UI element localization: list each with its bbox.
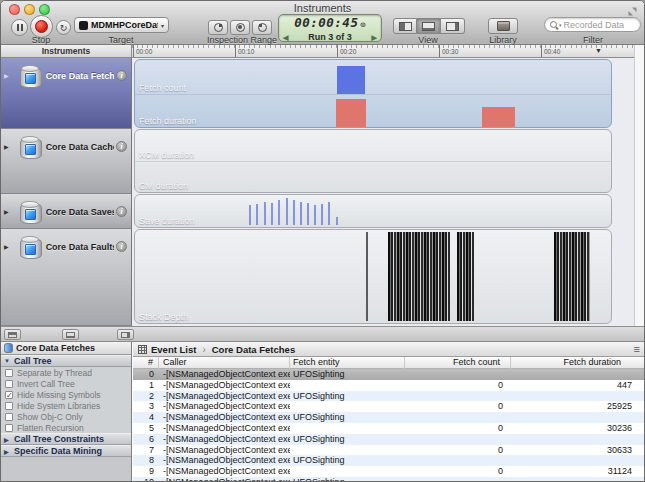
loop-button[interactable]: ↻ (56, 20, 71, 35)
cell-c3: 0 (405, 466, 511, 477)
view-bottom-pane-button[interactable] (417, 18, 441, 34)
timeline-scrollbar[interactable] (634, 45, 645, 326)
info-icon[interactable]: i (116, 241, 127, 252)
instrument-row-core-data-faults[interactable]: ▶Core Data Faultsi (1, 229, 132, 326)
filter-search-field[interactable]: ▾ Recorded Data (544, 17, 641, 32)
core-data-instrument-icon (19, 136, 41, 158)
disclosure-triangle-icon[interactable]: ▶ (4, 208, 9, 215)
event-row-1[interactable]: 1-[NSManagedObjectContext execut…0447 (133, 380, 645, 391)
previous-run-button[interactable]: ◀ (283, 32, 288, 43)
info-icon[interactable]: i (116, 141, 127, 152)
track-core-data-saves[interactable]: Save duration (134, 194, 612, 228)
inspection-range-end-button[interactable] (252, 20, 272, 35)
checkbox[interactable] (5, 424, 13, 432)
cell-c0: 2 (133, 391, 159, 402)
column-header-[interactable]: # (133, 357, 159, 369)
chart-line (307, 203, 309, 225)
loop-icon: ↻ (60, 23, 68, 33)
right-pane-icon (446, 22, 459, 31)
checkbox[interactable] (5, 402, 13, 410)
breadcrumb-core-data-fetches[interactable]: Core Data Fetches (212, 344, 295, 355)
event-row-2[interactable]: 2-[NSManagedObjectContext execut…UFOSigh… (133, 391, 645, 402)
section-header-call-tree[interactable]: ▼Call Tree (1, 355, 131, 367)
track-core-data-cache-misses[interactable]: XCM durationCM duration (134, 129, 612, 193)
column-header-fetch-duration[interactable]: Fetch duration (511, 357, 645, 369)
column-header-fetch-entity[interactable]: Fetch entity (290, 357, 405, 369)
inspection-range-clear-button[interactable] (230, 20, 250, 35)
timer-display: 00:00:45◎ ◀ Run 3 of 3 ▶ (278, 14, 382, 42)
event-row-0[interactable]: 0-[NSManagedObjectContext execut…UFOSigh… (133, 369, 645, 380)
option-invert-call-tree[interactable]: Invert Call Tree (1, 378, 131, 389)
next-run-button[interactable]: ▶ (372, 32, 377, 43)
cell-c2: UFOSighting (290, 369, 405, 380)
cell-c1: -[NSManagedObjectContext execut… (159, 455, 290, 466)
chart-stripes (457, 232, 474, 321)
column-header-fetch-count[interactable]: Fetch count (405, 357, 511, 369)
checkbox[interactable] (5, 413, 13, 421)
inspection-range-start-button[interactable] (208, 20, 228, 35)
option-flatten-recursion[interactable]: Flatten Recursion (1, 422, 131, 433)
detail-view-button-2[interactable] (62, 329, 79, 340)
cell-c3 (405, 455, 511, 466)
bottom-pane-icon (422, 22, 435, 31)
target-popup[interactable]: MDMHPCoreData ▾ (74, 17, 169, 33)
view-right-pane-button[interactable] (441, 18, 465, 34)
disclosure-triangle-icon[interactable]: ▶ (4, 243, 9, 250)
disclosure-triangle-icon[interactable]: ▶ (4, 143, 9, 150)
left-pane-icon (399, 22, 412, 31)
track-core-data-fetches[interactable]: Fetch countFetch duration (134, 59, 612, 128)
option-show-obj-c-only[interactable]: Show Obj-C Only (1, 411, 131, 422)
detail-view-button-3[interactable] (117, 329, 134, 340)
event-row-9[interactable]: 9-[NSManagedObjectContext execut…031124 (133, 466, 645, 477)
pause-button[interactable] (11, 19, 28, 36)
info-icon[interactable]: i (116, 206, 127, 217)
playhead-marker[interactable]: ▼ (595, 47, 602, 54)
library-label: Library (474, 35, 532, 45)
view-left-pane-button[interactable] (393, 18, 417, 34)
checkbox-label: Hide System Libraries (17, 401, 100, 411)
chart-line (314, 205, 316, 225)
chart-bar (336, 99, 366, 127)
detail-title: Core Data Fetches (16, 343, 95, 353)
checkbox[interactable] (5, 380, 13, 388)
instrument-row-core-data-fetches[interactable]: ▶Core Data Fetchesi (1, 58, 132, 129)
event-row-10[interactable]: 10-[NSManagedObjectContext executUFOSigh… (133, 477, 645, 482)
ruler-tick: 00:10 (235, 45, 236, 57)
event-row-6[interactable]: 6-[NSManagedObjectContext execut…UFOSigh… (133, 434, 645, 445)
section-label: Call Tree Constraints (14, 434, 104, 444)
cell-c0: 10 (133, 477, 159, 482)
option-separate-by-thread[interactable]: Separate by Thread (1, 367, 131, 378)
resize-icon[interactable] (627, 6, 638, 17)
timeline-ruler[interactable]: ▼ 00:0000:1000:2000:3000:40 (132, 45, 634, 58)
detail-view-button-1[interactable] (4, 329, 21, 340)
ruler-tick-label: 00:40 (544, 48, 560, 55)
option-hide-system-libraries[interactable]: Hide System Libraries (1, 400, 131, 411)
disclosure-triangle-icon[interactable]: ▶ (4, 72, 9, 79)
checkbox[interactable] (5, 369, 13, 377)
option-hide-missing-symbols[interactable]: ✓Hide Missing Symbols (1, 389, 131, 400)
chart-line (249, 205, 251, 225)
info-icon[interactable]: i (116, 70, 127, 81)
chart-line (300, 202, 302, 225)
cell-c0: 9 (133, 466, 159, 477)
track-core-data-faults[interactable]: Stack Depth (134, 229, 612, 324)
instruments-column-header-label: Instruments (42, 46, 91, 56)
section-header-specific-data-mining[interactable]: ▶Specific Data Mining (1, 445, 131, 457)
section-header-call-tree-constraints[interactable]: ▶Call Tree Constraints (1, 433, 131, 445)
table-options-icon[interactable]: ≡ (634, 343, 640, 355)
breadcrumb-event-list[interactable]: Event List (151, 344, 196, 355)
chart-line (256, 204, 258, 225)
instrument-row-core-data-saves[interactable]: ▶Core Data Savesi (1, 194, 132, 229)
event-row-5[interactable]: 5-[NSManagedObjectContext execut…030236 (133, 423, 645, 434)
library-button[interactable] (488, 18, 518, 34)
detail-jump-bar[interactable]: Core Data Fetches (1, 342, 131, 355)
checkbox[interactable]: ✓ (5, 391, 13, 399)
event-row-3[interactable]: 3-[NSManagedObjectContext execut…025925 (133, 401, 645, 412)
instrument-row-core-data-cache[interactable]: ▶Core Data Cache…i (1, 129, 132, 194)
event-row-8[interactable]: 8-[NSManagedObjectContext execut…UFOSigh… (133, 455, 645, 466)
event-row-4[interactable]: 4-[NSManagedObjectContext execut…UFOSigh… (133, 412, 645, 423)
column-header-caller[interactable]: Caller (159, 357, 290, 369)
cell-c1: -[NSManagedObjectContext execut… (159, 391, 290, 402)
event-row-7[interactable]: 7-[NSManagedObjectContext execut…030633 (133, 445, 645, 456)
elapsed-time: 00:00:45◎ (279, 16, 381, 32)
